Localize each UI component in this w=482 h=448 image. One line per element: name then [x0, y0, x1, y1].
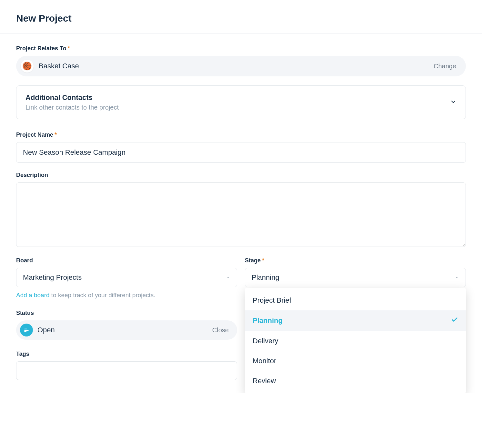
- description-label: Description: [16, 172, 466, 179]
- board-label: Board: [16, 257, 237, 264]
- relates-field: Project Relates To* 🏀 Basket Case Change: [16, 45, 466, 76]
- project-name-input[interactable]: [16, 142, 466, 163]
- check-icon: [451, 316, 458, 325]
- status-pill: Open Close: [16, 320, 237, 340]
- stage-option[interactable]: Planning: [245, 310, 466, 331]
- stage-select[interactable]: Planning: [245, 268, 466, 287]
- close-button[interactable]: Close: [212, 326, 229, 334]
- required-indicator: *: [55, 131, 57, 138]
- caret-down-icon: [455, 273, 459, 282]
- required-indicator: *: [68, 45, 70, 52]
- board-selected: Marketing Projects: [23, 273, 82, 282]
- status-value: Open: [37, 326, 55, 334]
- additional-subtitle: Link other contacts to the project: [25, 104, 119, 111]
- board-field: Board Marketing Projects Add a board to …: [16, 257, 237, 299]
- board-helper: Add a board to keep track of your differ…: [16, 292, 237, 299]
- change-button[interactable]: Change: [434, 63, 456, 70]
- relates-label: Project Relates To*: [16, 45, 466, 52]
- page-title: New Project: [16, 13, 466, 24]
- required-indicator: *: [262, 257, 264, 264]
- status-label: Status: [16, 310, 237, 317]
- stage-option[interactable]: Review: [245, 371, 466, 391]
- status-field: Status Open Close: [16, 310, 237, 340]
- tags-input[interactable]: [16, 361, 237, 380]
- stage-selected: Planning: [252, 273, 279, 282]
- chevron-down-icon: [450, 99, 457, 106]
- page-header: New Project: [0, 0, 482, 34]
- relates-pill: 🏀 Basket Case Change: [16, 56, 466, 76]
- tags-label: Tags: [16, 351, 237, 357]
- additional-contacts-card[interactable]: Additional Contacts Link other contacts …: [16, 85, 466, 119]
- board-select[interactable]: Marketing Projects: [16, 268, 237, 287]
- basketball-icon: 🏀: [21, 60, 34, 73]
- project-name-label: Project Name*: [16, 131, 466, 138]
- description-textarea[interactable]: [16, 182, 466, 247]
- stage-option[interactable]: Delivery: [245, 331, 466, 351]
- project-name-field: Project Name*: [16, 131, 466, 163]
- status-open-icon: [20, 324, 33, 336]
- relates-name: Basket Case: [39, 62, 79, 70]
- tags-field: Tags: [16, 351, 237, 380]
- stage-field: Stage* Planning Project BriefPlanningDel…: [245, 257, 466, 287]
- additional-title: Additional Contacts: [25, 93, 119, 102]
- description-field: Description: [16, 172, 466, 248]
- stage-dropdown: Project BriefPlanningDeliveryMonitorRevi…: [245, 288, 466, 393]
- stage-option[interactable]: Monitor: [245, 351, 466, 371]
- add-board-link[interactable]: Add a board: [16, 292, 50, 298]
- stage-label: Stage*: [245, 257, 466, 264]
- caret-down-icon: [226, 273, 230, 282]
- stage-option[interactable]: Project Brief: [245, 290, 466, 310]
